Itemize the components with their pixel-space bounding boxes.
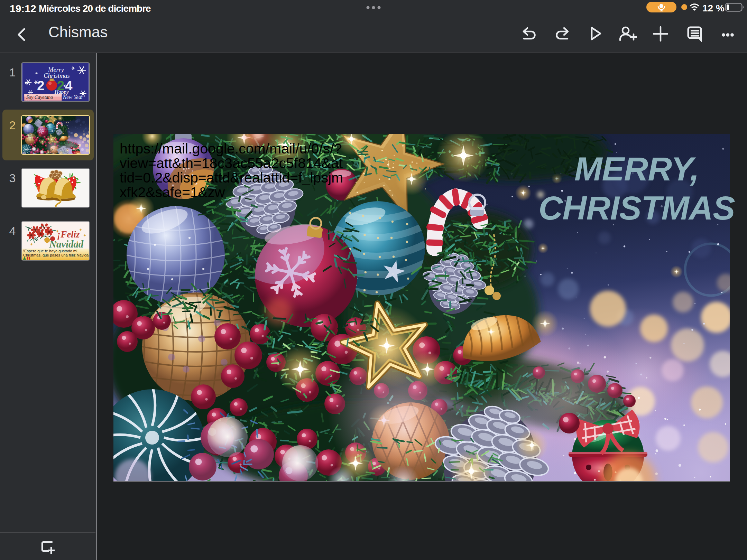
- svg-text:2: 2: [37, 78, 44, 93]
- svg-text:Soy Cayetano: Soy Cayetano: [26, 95, 53, 100]
- svg-text:New Year: New Year: [63, 94, 84, 100]
- svg-text:!Espero que te haya gustado mi: !Espero que te haya gustado mi: [23, 249, 77, 253]
- svg-text:Christmas, que pases una feliz: Christmas, que pases una feliz Navidad!: [23, 253, 89, 257]
- svg-text:Happy: Happy: [54, 89, 69, 95]
- svg-text:¡Feliz: ¡Feliz: [57, 229, 80, 240]
- svg-text:Navidad: Navidad: [49, 239, 83, 250]
